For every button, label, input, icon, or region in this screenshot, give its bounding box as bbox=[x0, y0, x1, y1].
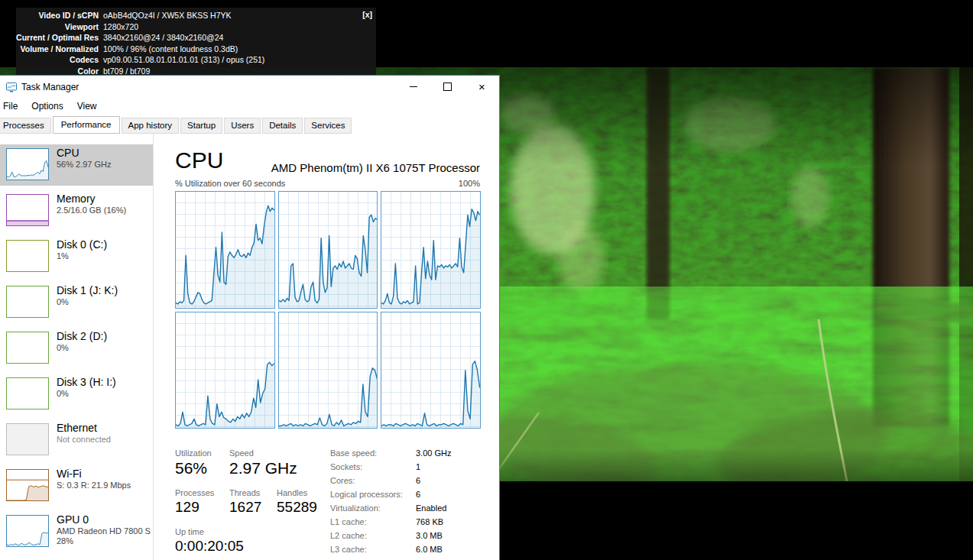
stats-close-button[interactable]: [x] bbox=[362, 10, 372, 19]
stat-processes: Processes129 bbox=[175, 488, 214, 516]
spec-label: Base speed: bbox=[330, 448, 416, 462]
stats-row: Viewport1280x720 bbox=[16, 21, 376, 33]
sidebar-item-name: Disk 3 (H: I:) bbox=[57, 376, 116, 388]
spec-value: 768 KB bbox=[416, 517, 443, 531]
sidebar-item-ethernet[interactable]: EthernetNot connected bbox=[0, 419, 153, 461]
minimize-icon bbox=[410, 86, 417, 87]
cpu-core-graphs bbox=[175, 191, 481, 429]
sidebar-item-detail: 2.5/16.0 GB (16%) bbox=[57, 206, 126, 215]
tab-startup[interactable]: Startup bbox=[180, 118, 222, 134]
core-graph-cpu-1 bbox=[278, 191, 378, 309]
maximize-button[interactable] bbox=[430, 76, 465, 98]
sidebar-item-cpu[interactable]: CPU56% 2.97 GHz bbox=[0, 144, 153, 186]
sidebar-item-detail: Not connected bbox=[57, 435, 111, 444]
spec-value: 6 bbox=[416, 490, 420, 503]
sidebar-item-gpu-0[interactable]: GPU 0AMD Radeon HD 7800 S28% bbox=[0, 511, 153, 552]
tab-performance[interactable]: Performance bbox=[53, 116, 120, 134]
sidebar-item-detail: 1% bbox=[57, 251, 107, 261]
core-graph-cpu-2 bbox=[381, 191, 481, 309]
titlebar[interactable]: Task Manager × bbox=[0, 76, 499, 98]
spec-l2-cache: L2 cache:3.0 MB bbox=[330, 531, 451, 545]
spec-label: Logical processors: bbox=[330, 490, 416, 503]
window-title: Task Manager bbox=[21, 82, 79, 92]
stats-row-label: Video ID / sCPN bbox=[16, 10, 99, 21]
sidebar-item-name: Memory bbox=[57, 193, 126, 205]
stat-label: Processes bbox=[175, 488, 214, 497]
cpu-stats-right: Base speed:3.00 GHzSockets:1Cores:6Logic… bbox=[330, 448, 451, 558]
menu-file[interactable]: File bbox=[0, 99, 24, 113]
sidebar-item-wi-fi[interactable]: Wi-FiS: 0.3 R: 21.9 Mbps bbox=[0, 465, 153, 507]
stats-row-label: Current / Optimal Res bbox=[16, 32, 99, 44]
stats-rows: Video ID / sCPNoAbB4dQOz4I / XW5X BKSS H… bbox=[16, 10, 376, 76]
tab-details[interactable]: Details bbox=[262, 118, 303, 134]
sidebar-item-memory[interactable]: Memory2.5/16.0 GB (16%) bbox=[0, 190, 153, 231]
sidebar-item-name: Ethernet bbox=[57, 422, 111, 434]
sidebar-item-disk-0-c[interactable]: Disk 0 (C:)1% bbox=[0, 236, 153, 277]
sidebar-item-detail: 0% bbox=[57, 343, 107, 352]
sidebar-item-text: Disk 1 (J: K:)0% bbox=[57, 284, 118, 306]
stat-value: 1627 bbox=[229, 499, 261, 516]
spec-value: 6 bbox=[416, 476, 420, 490]
spec-sockets: Sockets:1 bbox=[330, 462, 451, 476]
spec-cores: Cores:6 bbox=[330, 476, 451, 490]
stat-label: Speed bbox=[229, 448, 297, 458]
task-manager-window: Task Manager × FileOptionsView Processes… bbox=[0, 75, 500, 560]
memory-thumbnail bbox=[6, 194, 49, 226]
spec-label: L3 cache: bbox=[330, 545, 416, 558]
close-button[interactable]: × bbox=[465, 76, 499, 98]
sidebar-item-text: Disk 0 (C:)1% bbox=[57, 238, 107, 261]
stat-label: Utilization bbox=[175, 448, 212, 458]
tab-services[interactable]: Services bbox=[304, 118, 352, 134]
stat-utilization: Utilization56% bbox=[175, 448, 212, 477]
maximize-icon bbox=[443, 83, 452, 91]
cpu-detail-pane: CPU AMD Phenom(tm) II X6 1075T Processor… bbox=[154, 134, 499, 560]
stats-for-nerds-panel: [x] Video ID / sCPNoAbB4dQOz4I / XW5X BK… bbox=[16, 8, 376, 75]
disk-thumbnail bbox=[6, 332, 49, 364]
tab-users[interactable]: Users bbox=[224, 118, 261, 134]
page-title: CPU bbox=[175, 147, 223, 173]
menu-options[interactable]: Options bbox=[24, 99, 70, 113]
disk-thumbnail bbox=[6, 286, 49, 318]
menubar: FileOptionsView bbox=[0, 98, 499, 115]
spec-value: 3.00 GHz bbox=[416, 448, 451, 462]
spec-value: 6.0 MB bbox=[416, 545, 443, 558]
sidebar-item-text: Disk 3 (H: I:)0% bbox=[57, 376, 116, 398]
spec-label: Cores: bbox=[330, 476, 416, 490]
sidebar-item-disk-3-h-i[interactable]: Disk 3 (H: I:)0% bbox=[0, 374, 153, 415]
stats-row-value: 3840x2160@24 / 3840x2160@24 bbox=[103, 32, 223, 44]
stat-value: 56% bbox=[175, 459, 212, 477]
sidebar-item-detail: AMD Radeon HD 7800 S bbox=[57, 526, 151, 536]
window-controls: × bbox=[396, 76, 499, 98]
minimize-button[interactable] bbox=[396, 76, 430, 98]
sidebar-item-detail2: 28% bbox=[57, 536, 151, 545]
sidebar-item-detail: 0% bbox=[57, 389, 116, 398]
sidebar-item-disk-2-d[interactable]: Disk 2 (D:)0% bbox=[0, 328, 153, 369]
menu-view[interactable]: View bbox=[70, 99, 104, 113]
stats-row-value: 1280x720 bbox=[103, 21, 138, 33]
stat-label: Threads bbox=[229, 488, 261, 497]
stat-value: 2.97 GHz bbox=[229, 459, 297, 477]
stats-row-label: Viewport bbox=[16, 21, 99, 33]
stat-value: 0:00:20:05 bbox=[175, 538, 244, 555]
sidebar-item-name: Disk 2 (D:) bbox=[57, 330, 107, 342]
cpu-thumbnail bbox=[6, 148, 49, 180]
stats-row: Video ID / sCPNoAbB4dQOz4I / XW5X BKSS H… bbox=[16, 10, 376, 21]
sidebar-item-text: Wi-FiS: 0.3 R: 21.9 Mbps bbox=[57, 468, 131, 490]
stats-row-label: Volume / Normalized bbox=[16, 44, 99, 55]
sidebar-item-text: Disk 2 (D:)0% bbox=[57, 330, 107, 352]
close-icon: × bbox=[478, 81, 485, 92]
tab-processes[interactable]: Processes bbox=[0, 118, 51, 134]
stat-handles: Handles55289 bbox=[277, 488, 317, 516]
sidebar-item-disk-1-j-k[interactable]: Disk 1 (J: K:)0% bbox=[0, 282, 153, 323]
sidebar-item-text: Memory2.5/16.0 GB (16%) bbox=[57, 193, 126, 215]
sidebar-item-text: GPU 0AMD Radeon HD 7800 S28% bbox=[57, 513, 151, 545]
stat-value: 55289 bbox=[277, 499, 317, 516]
stats-row: Current / Optimal Res3840x2160@24 / 3840… bbox=[16, 32, 376, 44]
sidebar-item-detail: 56% 2.97 GHz bbox=[57, 160, 112, 169]
cpu-stats: Utilization56%Speed2.97 GHzProcesses129T… bbox=[175, 448, 480, 560]
spec-l3-cache: L3 cache:6.0 MB bbox=[330, 545, 451, 558]
stats-row-value: oAbB4dQOz4I / XW5X BKSS H7YK bbox=[103, 10, 232, 21]
core-graph-cpu-3 bbox=[175, 312, 275, 429]
task-manager-icon bbox=[6, 82, 17, 92]
tab-app-history[interactable]: App history bbox=[122, 118, 180, 134]
